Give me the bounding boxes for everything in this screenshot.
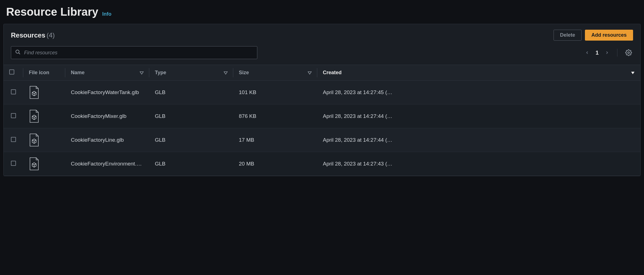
sort-icon: [140, 71, 144, 74]
resources-panel: Resources (4) Delete Add resources: [3, 24, 641, 176]
panel-toolbar: 1: [4, 43, 640, 65]
file-icon: [29, 86, 60, 99]
sort-desc-icon: [631, 71, 635, 74]
table-row[interactable]: CookieFactoryEnvironment.… GLB 20 MB Apr…: [4, 152, 640, 176]
cell-type: GLB: [149, 104, 233, 128]
column-name-label: Name: [71, 70, 85, 76]
cell-name: CookieFactoryEnvironment.…: [65, 152, 149, 176]
table-row[interactable]: CookieFactoryWaterTank.glb GLB 101 KB Ap…: [4, 81, 640, 104]
cell-name: CookieFactoryMixer.glb: [65, 104, 149, 128]
page-number: 1: [596, 50, 599, 56]
file-icon: [29, 109, 60, 123]
column-created-label: Created: [323, 70, 342, 76]
delete-button[interactable]: Delete: [554, 30, 582, 41]
select-all-checkbox[interactable]: [9, 69, 14, 74]
column-type-label: Type: [155, 70, 166, 76]
cell-type: GLB: [149, 128, 233, 152]
cell-created: April 28, 2023 at 14:27:43 (…: [317, 152, 640, 176]
settings-button[interactable]: [624, 48, 633, 57]
panel-actions: Delete Add resources: [554, 30, 633, 41]
page-header: Resource Library Info: [3, 3, 641, 24]
search-input[interactable]: [24, 50, 253, 56]
prev-page-button[interactable]: [584, 48, 591, 57]
panel-header: Resources (4) Delete Add resources: [4, 24, 640, 43]
panel-title: Resources: [11, 31, 45, 39]
chevron-left-icon: [585, 50, 589, 56]
svg-line-1: [19, 53, 20, 54]
gear-icon: [625, 49, 632, 56]
column-size[interactable]: Size: [233, 65, 317, 81]
toolbar-divider: [617, 49, 617, 57]
svg-marker-5: [308, 72, 311, 74]
cell-created: April 28, 2023 at 14:27:45 (…: [317, 81, 640, 104]
search-field[interactable]: [11, 46, 257, 59]
cell-type: GLB: [149, 81, 233, 104]
cell-name: CookieFactoryLine.glb: [65, 128, 149, 152]
table-row[interactable]: CookieFactoryMixer.glb GLB 876 KB April …: [4, 104, 640, 128]
column-file-icon-label: File icon: [29, 70, 49, 75]
column-created[interactable]: Created: [317, 65, 640, 81]
svg-point-0: [16, 50, 19, 53]
cell-size: 17 MB: [233, 128, 317, 152]
column-type[interactable]: Type: [149, 65, 233, 81]
table-row[interactable]: CookieFactoryLine.glb GLB 17 MB April 28…: [4, 128, 640, 152]
pagination: 1: [584, 48, 633, 57]
search-icon: [15, 49, 21, 56]
column-size-label: Size: [239, 70, 249, 76]
file-icon: [29, 133, 60, 147]
panel-count: (4): [46, 31, 55, 39]
table-header-row: File icon Name Type: [4, 65, 640, 81]
sort-icon: [224, 71, 228, 74]
svg-marker-3: [140, 72, 143, 74]
info-link[interactable]: Info: [102, 11, 111, 17]
cell-created: April 28, 2023 at 14:27:44 (…: [317, 104, 640, 128]
cell-size: 101 KB: [233, 81, 317, 104]
cell-name: CookieFactoryWaterTank.glb: [65, 81, 149, 104]
next-page-button[interactable]: [604, 48, 610, 57]
row-checkbox[interactable]: [11, 161, 16, 166]
sort-icon: [308, 71, 312, 74]
column-file-icon: File icon: [23, 65, 65, 81]
row-checkbox[interactable]: [11, 137, 16, 142]
file-icon: [29, 157, 60, 171]
row-checkbox[interactable]: [11, 89, 16, 94]
svg-marker-4: [224, 72, 227, 74]
cell-created: April 28, 2023 at 14:27:44 (…: [317, 128, 640, 152]
resources-table: File icon Name Type: [4, 65, 640, 176]
column-select-all: [4, 65, 23, 81]
column-name[interactable]: Name: [65, 65, 149, 81]
chevron-right-icon: [605, 50, 609, 56]
row-checkbox[interactable]: [11, 113, 16, 118]
cell-size: 876 KB: [233, 104, 317, 128]
cell-size: 20 MB: [233, 152, 317, 176]
cell-type: GLB: [149, 152, 233, 176]
page-title: Resource Library: [6, 6, 98, 18]
svg-point-2: [628, 52, 629, 53]
panel-title-wrap: Resources (4): [11, 31, 55, 39]
svg-marker-6: [631, 72, 634, 74]
add-resources-button[interactable]: Add resources: [585, 30, 633, 41]
